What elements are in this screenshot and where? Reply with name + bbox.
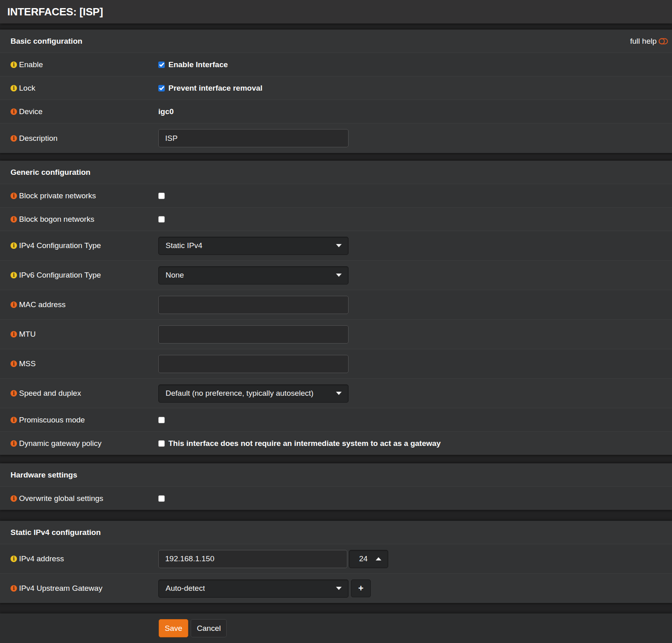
checkbox-enable[interactable] bbox=[158, 62, 165, 68]
checkbox-overwrite-global-settings[interactable] bbox=[158, 495, 165, 502]
row-label: MTU bbox=[19, 330, 36, 339]
row-label: Device bbox=[19, 107, 43, 116]
info-icon[interactable]: i bbox=[11, 390, 17, 397]
info-icon[interactable]: i bbox=[11, 495, 17, 502]
check-icon bbox=[159, 62, 164, 67]
input-ipv4-address[interactable] bbox=[158, 550, 347, 568]
chevron-down-icon bbox=[336, 392, 342, 395]
info-icon[interactable]: i bbox=[11, 242, 17, 249]
info-icon[interactable]: i bbox=[11, 556, 17, 562]
info-icon[interactable]: i bbox=[11, 108, 17, 115]
info-icon[interactable]: i bbox=[11, 135, 17, 142]
row-control-cell: This interface does not require an inter… bbox=[158, 432, 672, 455]
info-icon[interactable]: i bbox=[11, 193, 17, 199]
info-icon[interactable]: i bbox=[11, 301, 17, 308]
row-control-cell bbox=[158, 208, 672, 231]
static-value: igc0 bbox=[158, 107, 174, 116]
row-label-cell: iOverwrite global settings bbox=[0, 487, 158, 510]
row-label-cell: iIPv6 Configuration Type bbox=[0, 261, 158, 290]
select-ipv4-configuration-type[interactable]: Static IPv4 bbox=[158, 237, 349, 255]
row-control-cell: None bbox=[158, 261, 672, 290]
info-icon[interactable]: i bbox=[11, 85, 17, 91]
row-label-cell: iDynamic gateway policy bbox=[0, 432, 158, 455]
check-icon bbox=[159, 86, 164, 90]
checkbox-wrap bbox=[158, 193, 165, 199]
input-mac-address[interactable] bbox=[158, 296, 349, 314]
section-basic-configuration: Basic configurationfull helpiEnableEnabl… bbox=[0, 30, 672, 153]
info-icon[interactable]: i bbox=[11, 585, 17, 592]
row-label-cell: iMAC address bbox=[0, 290, 158, 319]
row-label-cell: iMSS bbox=[0, 349, 158, 378]
form-row-description: iDescription bbox=[0, 123, 672, 153]
select-ipv4-upstream-gateway[interactable]: Auto-detect bbox=[158, 579, 349, 598]
checkbox-wrap bbox=[158, 417, 165, 423]
row-label-cell: iIPv4 address bbox=[0, 544, 158, 573]
form-row-ipv4-configuration-type: iIPv4 Configuration TypeStatic IPv4 bbox=[0, 231, 672, 260]
form-row-lock: iLockPrevent interface removal bbox=[0, 76, 672, 100]
row-label: Enable bbox=[19, 60, 43, 69]
checkbox-block-private-networks[interactable] bbox=[158, 193, 165, 199]
form-row-ipv4-upstream-gateway: iIPv4 Upstream GatewayAuto-detect+ bbox=[0, 573, 672, 603]
row-label: MSS bbox=[19, 359, 36, 368]
row-control-cell: 24 bbox=[158, 544, 672, 573]
row-label: IPv4 Configuration Type bbox=[19, 241, 101, 250]
form-row-mtu: iMTU bbox=[0, 319, 672, 349]
checkbox-lock[interactable] bbox=[158, 85, 165, 91]
form-row-promiscuous-mode: iPromiscuous mode bbox=[0, 408, 672, 431]
row-label: Block private networks bbox=[19, 191, 96, 200]
info-icon[interactable]: i bbox=[11, 216, 17, 223]
info-icon[interactable]: i bbox=[11, 331, 17, 337]
select-value: Auto-detect bbox=[166, 584, 205, 593]
row-label-cell: iSpeed and duplex bbox=[0, 379, 158, 408]
page-title: INTERFACES: [ISP] bbox=[7, 6, 103, 18]
section-gap bbox=[0, 153, 672, 161]
row-label-cell: iIPv4 Configuration Type bbox=[0, 231, 158, 260]
select-value: Default (no preference, typically autose… bbox=[166, 389, 313, 398]
info-icon[interactable]: i bbox=[11, 417, 17, 423]
section-heading: Basic configuration bbox=[11, 37, 82, 46]
section-gap bbox=[0, 510, 672, 521]
row-label-cell: iDescription bbox=[0, 123, 158, 153]
input-mss[interactable] bbox=[158, 355, 349, 373]
checkbox-label: This interface does not require an inter… bbox=[168, 439, 441, 448]
section-generic-configuration: Generic configurationiBlock private netw… bbox=[0, 161, 672, 455]
info-icon[interactable]: i bbox=[11, 62, 17, 68]
select-ipv6-configuration-type[interactable]: None bbox=[158, 266, 349, 284]
row-control-cell bbox=[158, 408, 672, 431]
add-button[interactable]: + bbox=[351, 579, 371, 597]
select-cidr[interactable]: 24 bbox=[349, 550, 388, 568]
full-help-button[interactable]: full help bbox=[630, 37, 668, 46]
row-label: IPv6 Configuration Type bbox=[19, 271, 101, 280]
form-row-block-bogon-networks: iBlock bogon networks bbox=[0, 207, 672, 231]
form-row-overwrite-global-settings: iOverwrite global settings bbox=[0, 486, 672, 510]
row-label-cell: iEnable bbox=[0, 53, 158, 76]
checkbox-promiscuous-mode[interactable] bbox=[158, 417, 165, 423]
checkbox-dynamic-gateway-policy[interactable] bbox=[158, 440, 165, 447]
row-label: Overwrite global settings bbox=[19, 494, 103, 503]
info-icon[interactable]: i bbox=[11, 272, 17, 278]
input-description[interactable] bbox=[158, 129, 349, 147]
input-mtu[interactable] bbox=[158, 325, 349, 344]
row-label: Promiscuous mode bbox=[19, 416, 85, 424]
info-icon[interactable]: i bbox=[11, 440, 17, 447]
row-control-cell bbox=[158, 349, 672, 378]
checkbox-label: Prevent interface removal bbox=[168, 84, 262, 93]
info-icon[interactable]: i bbox=[11, 361, 17, 367]
select-speed-and-duplex[interactable]: Default (no preference, typically autose… bbox=[158, 384, 349, 403]
page-footer: Save Cancel bbox=[0, 613, 672, 643]
section-static-ipv4-configuration: Static IPv4 configurationiIPv4 address24… bbox=[0, 521, 672, 603]
row-label: Speed and duplex bbox=[19, 389, 81, 398]
row-label: IPv4 address bbox=[19, 554, 64, 563]
row-control-cell: Auto-detect+ bbox=[158, 574, 672, 603]
save-button[interactable]: Save bbox=[159, 619, 188, 637]
section-heading-row: Basic configurationfull help bbox=[0, 30, 672, 53]
chevron-down-icon bbox=[336, 244, 342, 247]
section-heading-row: Generic configuration bbox=[0, 161, 672, 184]
cancel-button[interactable]: Cancel bbox=[191, 619, 227, 637]
row-label: IPv4 Upstream Gateway bbox=[19, 584, 102, 593]
select-value: Static IPv4 bbox=[166, 241, 202, 250]
checkbox-wrap bbox=[158, 495, 165, 502]
checkbox-block-bogon-networks[interactable] bbox=[158, 216, 165, 223]
section-heading: Static IPv4 configuration bbox=[11, 528, 101, 537]
checkbox-wrap: Prevent interface removal bbox=[158, 84, 262, 93]
